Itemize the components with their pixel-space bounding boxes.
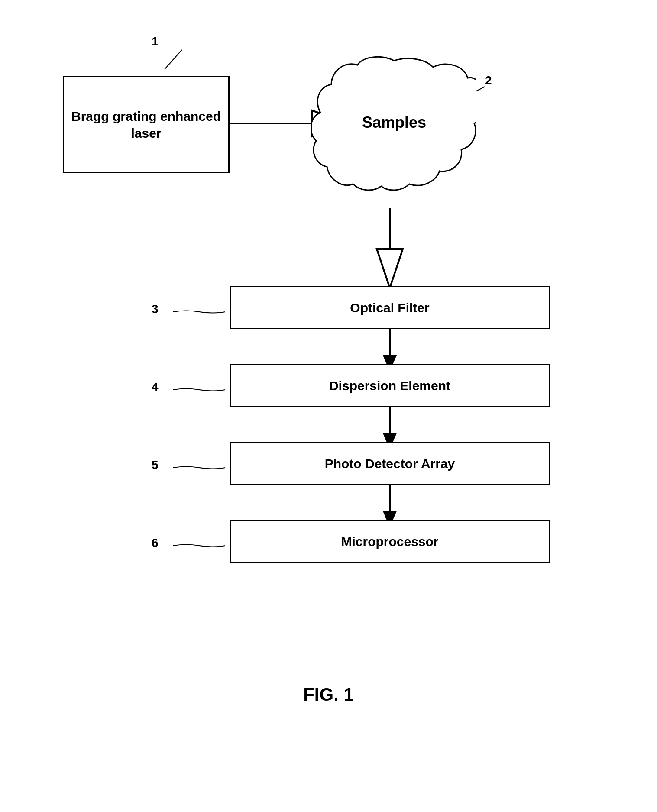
figure-caption: FIG. 1 <box>0 684 657 705</box>
label-2: 2 <box>485 74 492 87</box>
optical-filter-label: Optical Filter <box>350 299 429 316</box>
laser-box: Bragg grating enhanced laser <box>63 76 230 173</box>
microprocessor-label: Microprocessor <box>341 533 438 550</box>
label-1: 1 <box>152 35 159 49</box>
dispersion-element-box: Dispersion Element <box>230 364 550 407</box>
svg-marker-5 <box>377 249 403 288</box>
microprocessor-box: Microprocessor <box>230 520 550 563</box>
label-4: 4 <box>152 380 159 394</box>
svg-text:Samples: Samples <box>362 113 426 131</box>
label-3: 3 <box>152 302 159 316</box>
optical-filter-box: Optical Filter <box>230 286 550 329</box>
diagram-container: 1 Bragg grating enhanced laser 2 Samples… <box>0 0 657 812</box>
dispersion-element-label: Dispersion Element <box>329 377 450 394</box>
label-5: 5 <box>152 458 159 472</box>
photo-detector-label: Photo Detector Array <box>325 455 455 472</box>
label-6: 6 <box>152 536 159 550</box>
laser-label: Bragg grating enhanced laser <box>64 108 228 142</box>
photo-detector-box: Photo Detector Array <box>230 442 550 485</box>
samples-blob: Samples <box>312 52 476 199</box>
svg-line-0 <box>165 50 182 69</box>
